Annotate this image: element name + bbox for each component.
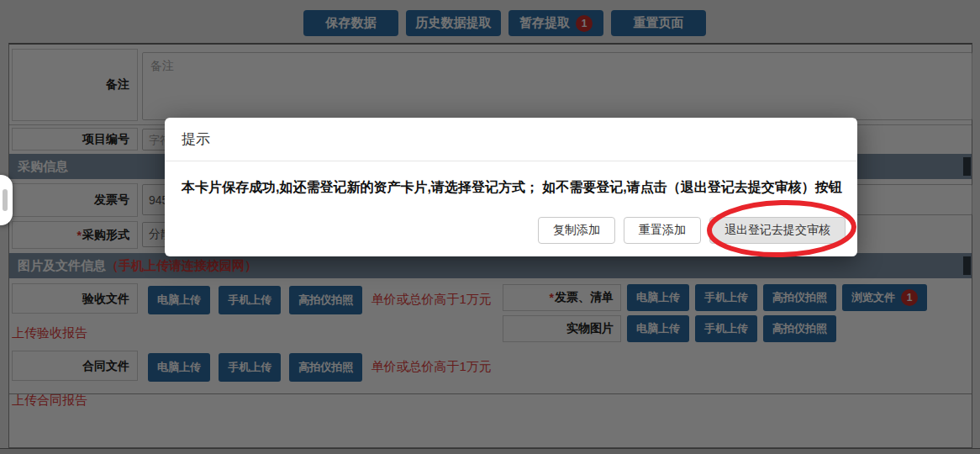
reset-add-button[interactable]: 重置添加 xyxy=(624,217,701,244)
dialog-footer: 复制添加 重置添加 退出登记去提交审核 xyxy=(538,217,846,244)
dialog-header: 提示 xyxy=(165,118,857,161)
dialog-message: 本卡片保存成功,如还需登记新的资产卡片,请选择登记方式； 如不需要登记,请点击（… xyxy=(165,161,857,197)
drawer-grip-icon xyxy=(3,189,8,211)
copy-add-button[interactable]: 复制添加 xyxy=(538,217,615,244)
exit-and-submit-button[interactable]: 退出登记去提交审核 xyxy=(709,217,846,244)
side-drawer-handle[interactable] xyxy=(0,175,13,225)
asset-registration-page: 保存数据 历史数据提取 暂存提取 1 重置页面 备注 项目编号 采购信息 发票号 xyxy=(0,0,980,454)
dialog-title: 提示 xyxy=(182,129,210,149)
prompt-dialog: 提示 本卡片保存成功,如还需登记新的资产卡片,请选择登记方式； 如不需要登记,请… xyxy=(165,118,857,256)
